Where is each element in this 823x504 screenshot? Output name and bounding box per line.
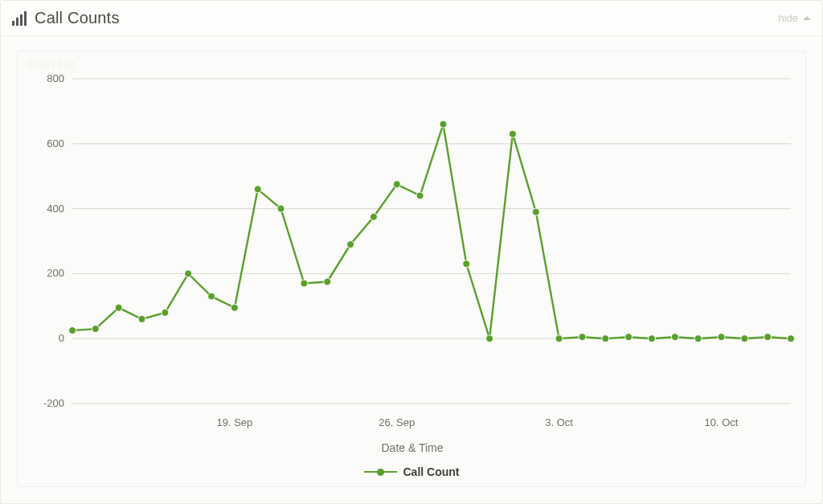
series-marker xyxy=(69,327,76,334)
y-tick-label: 0 xyxy=(59,332,64,344)
chart-bars-icon xyxy=(12,11,27,26)
series-marker xyxy=(671,334,678,341)
hide-label: hide xyxy=(778,12,798,24)
series-marker xyxy=(92,326,99,333)
panel-header: Call Counts hide xyxy=(1,1,822,36)
series-marker xyxy=(231,304,238,311)
series-marker xyxy=(185,270,192,277)
series-marker xyxy=(602,335,609,342)
chart-container: Chart title -2000200400600800 19. Sep26.… xyxy=(17,51,806,487)
y-grid xyxy=(72,79,791,404)
series-marker xyxy=(208,293,215,300)
y-tick-label: -200 xyxy=(43,397,64,409)
x-tick-label: 3. Oct xyxy=(545,416,573,428)
series-marker xyxy=(162,309,169,316)
y-tick-label: 200 xyxy=(47,267,64,279)
legend-swatch xyxy=(364,469,397,476)
y-tick-label: 800 xyxy=(47,72,64,84)
series-marker xyxy=(347,241,354,248)
x-axis-ticks: 19. Sep26. Sep3. Oct10. Oct xyxy=(216,416,738,428)
y-tick-label: 600 xyxy=(47,137,64,150)
series-marker xyxy=(486,335,493,342)
x-tick-label: 10. Oct xyxy=(705,416,739,428)
series-marker xyxy=(509,130,516,137)
series-marker xyxy=(416,192,424,199)
series-marker xyxy=(648,335,655,342)
series-line xyxy=(72,125,791,339)
y-axis-ticks: -2000200400600800 xyxy=(43,72,64,409)
chart-legend: Call Count xyxy=(18,465,805,478)
series-marker xyxy=(718,334,725,341)
series-marker xyxy=(440,121,447,128)
x-tick-label: 26. Sep xyxy=(379,416,415,428)
series-marker xyxy=(532,208,539,215)
legend-label: Call Count xyxy=(403,465,460,478)
x-tick-label: 19. Sep xyxy=(216,416,252,428)
series-marker xyxy=(555,335,563,342)
chart-panel: Call Counts hide Chart title -2000200400… xyxy=(0,0,823,504)
x-axis-title: Date & Time xyxy=(381,441,443,454)
series-marker xyxy=(463,260,470,268)
series-marker xyxy=(694,335,702,342)
panel-title: Call Counts xyxy=(35,9,120,27)
series-marker xyxy=(741,335,748,342)
series-marker xyxy=(254,186,261,193)
series-marker xyxy=(277,205,285,212)
series-marker xyxy=(138,315,145,322)
line-chart: -2000200400600800 19. Sep26. Sep3. Oct10… xyxy=(18,51,807,488)
y-tick-label: 400 xyxy=(47,203,64,215)
series-marker xyxy=(324,278,331,285)
series-marker xyxy=(370,213,377,220)
series-marker xyxy=(115,304,122,311)
series-marker xyxy=(393,181,400,188)
series-marker xyxy=(625,334,633,341)
series-marker xyxy=(764,334,772,341)
series-markers xyxy=(69,121,795,342)
hide-toggle[interactable]: hide xyxy=(778,12,811,24)
series-marker xyxy=(788,335,795,342)
chart-subtitle: Chart title xyxy=(27,58,76,71)
series-marker xyxy=(579,334,586,341)
chevron-up-icon xyxy=(803,16,811,20)
series-marker xyxy=(301,280,308,287)
